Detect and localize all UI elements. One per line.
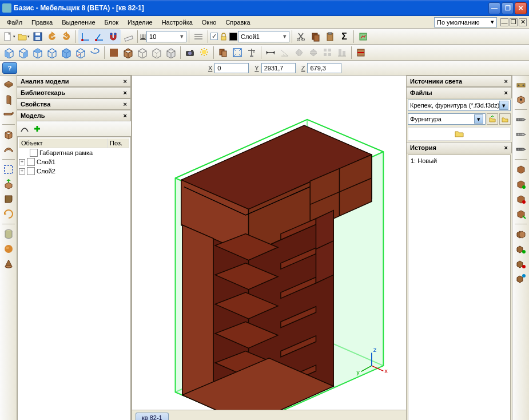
close-icon[interactable]: × <box>124 101 127 108</box>
cone-button[interactable] <box>2 257 15 271</box>
shaded-button[interactable] <box>164 46 178 60</box>
view-left-button[interactable] <box>31 46 45 60</box>
history-list[interactable]: 1: Новый <box>408 154 511 420</box>
panel-c-button[interactable] <box>514 192 528 206</box>
open-button[interactable]: ▾ <box>17 30 30 43</box>
undo-button[interactable] <box>45 30 59 43</box>
snap-xy-button[interactable] <box>79 30 93 43</box>
view-front-button[interactable] <box>2 46 16 60</box>
panel-history-header[interactable]: История× <box>407 142 512 153</box>
wireframe-button[interactable] <box>136 46 149 60</box>
camera-button[interactable] <box>183 46 197 60</box>
z-input[interactable] <box>307 63 341 73</box>
viewport-canvas[interactable]: x y z <box>132 76 406 410</box>
history-item[interactable]: 1: Новый <box>409 156 509 165</box>
menu-settings[interactable]: Настройка <box>157 18 197 27</box>
viewport-tab[interactable]: кв 82-1 <box>136 413 169 420</box>
panel-curve-button[interactable] <box>2 142 15 156</box>
close-icon[interactable]: × <box>124 89 127 96</box>
menu-edit[interactable]: Правка <box>27 18 57 27</box>
panel-top-button[interactable] <box>2 78 15 92</box>
snap-magnet-button[interactable] <box>106 30 120 43</box>
model-add-button[interactable] <box>31 123 43 134</box>
copy-button[interactable] <box>309 30 323 43</box>
close-icon[interactable]: × <box>504 78 508 85</box>
file-filter-combo[interactable]: Крепеж, фурнитура (*.f3d.f3dz)▾ <box>408 100 511 111</box>
model-curve-button[interactable] <box>19 123 30 134</box>
panel-a-button[interactable] <box>514 163 528 176</box>
width-combo[interactable]: 10▾ <box>146 31 186 42</box>
mirror-h-button[interactable] <box>292 46 306 60</box>
furniture-combo[interactable]: Фурнитура▾ <box>408 113 486 125</box>
layer-combo[interactable]: Слой1▾ <box>238 31 289 42</box>
menu-selection[interactable]: Выделение <box>57 18 100 27</box>
cylinder-button[interactable] <box>2 227 15 241</box>
x-input[interactable] <box>214 63 249 73</box>
panel-d-button[interactable] <box>514 207 528 221</box>
folder-list[interactable] <box>408 127 511 141</box>
screw1-button[interactable] <box>514 113 528 126</box>
menu-file[interactable]: Файл <box>2 18 27 27</box>
maximize-button[interactable]: ❐ <box>502 2 514 14</box>
close-icon[interactable]: × <box>124 112 127 119</box>
panel-vert-button[interactable] <box>2 93 15 106</box>
screw3-button[interactable] <box>514 142 528 156</box>
folder-home-button[interactable] <box>499 113 511 125</box>
view-iso-button[interactable] <box>74 46 87 60</box>
view-back-button[interactable] <box>17 46 30 60</box>
select-rect-button[interactable] <box>2 163 15 176</box>
minimize-button[interactable]: — <box>488 2 500 14</box>
panel-properties-header[interactable]: Свойства× <box>17 98 131 110</box>
light-button[interactable] <box>197 46 211 60</box>
redo-button[interactable] <box>59 30 73 43</box>
snap-xz-button[interactable] <box>93 30 106 43</box>
lines-button[interactable] <box>192 30 205 43</box>
mirror-v-button[interactable] <box>307 46 320 60</box>
hardware-button[interactable] <box>514 78 528 92</box>
screw2-button[interactable] <box>514 128 528 141</box>
menu-help[interactable]: Справка <box>221 18 254 27</box>
chevron-down-icon[interactable]: ▾ <box>474 114 483 124</box>
scheme-combo[interactable]: По умолчанию▾ <box>434 17 497 27</box>
expand-icon[interactable]: + <box>19 168 25 175</box>
panel-model-header[interactable]: Модель× <box>17 110 131 121</box>
layer-visible-check[interactable]: ✓ <box>210 33 218 40</box>
panel-librarian-header[interactable]: Библиотекарь× <box>17 87 131 98</box>
panel-files-header[interactable]: Файлы× <box>407 87 512 98</box>
rotate-tool-button[interactable] <box>2 207 15 221</box>
assembly-b-button[interactable] <box>514 242 528 256</box>
profile-button[interactable] <box>2 192 15 206</box>
array-button[interactable] <box>321 46 335 60</box>
tree-col-object[interactable]: Объект <box>19 138 108 148</box>
panel-analysis-header[interactable]: Анализ модели× <box>17 76 131 87</box>
close-icon[interactable]: × <box>504 89 508 96</box>
tree-col-pos[interactable]: Поз. <box>108 138 129 148</box>
extrude-button[interactable] <box>2 177 15 191</box>
help-button[interactable]: ? <box>2 62 17 74</box>
layer-color-swatch[interactable] <box>229 33 237 41</box>
close-button[interactable]: ✕ <box>515 2 527 14</box>
view-top-button[interactable] <box>59 46 73 60</box>
mdi-minimize-button[interactable]: — <box>500 18 508 26</box>
menu-window[interactable]: Окно <box>197 18 221 27</box>
panel-box-button[interactable] <box>2 128 15 141</box>
cut-button[interactable] <box>295 30 308 43</box>
assembly-d-button[interactable] <box>514 272 528 286</box>
angle-button[interactable] <box>278 46 292 60</box>
hidden-lines-button[interactable] <box>150 46 164 60</box>
panel-b-button[interactable] <box>514 177 528 191</box>
close-icon[interactable]: × <box>124 78 127 85</box>
align-button[interactable] <box>335 46 349 60</box>
crane-button[interactable] <box>245 46 258 60</box>
folder-up-button[interactable] <box>487 113 498 125</box>
section-button[interactable] <box>354 46 368 60</box>
paste-button[interactable] <box>323 30 337 43</box>
panel-lights-header[interactable]: Источники света× <box>407 76 512 87</box>
report-button[interactable] <box>356 30 370 43</box>
material-box-button[interactable] <box>121 46 135 60</box>
model-tree[interactable]: Объект Поз. Габаритная рамка + Слой1 + С… <box>17 137 131 420</box>
ruler-button[interactable] <box>121 30 135 43</box>
material-wood-button[interactable] <box>107 46 121 60</box>
assembly-c-button[interactable] <box>514 257 528 271</box>
y-input[interactable] <box>261 63 296 73</box>
